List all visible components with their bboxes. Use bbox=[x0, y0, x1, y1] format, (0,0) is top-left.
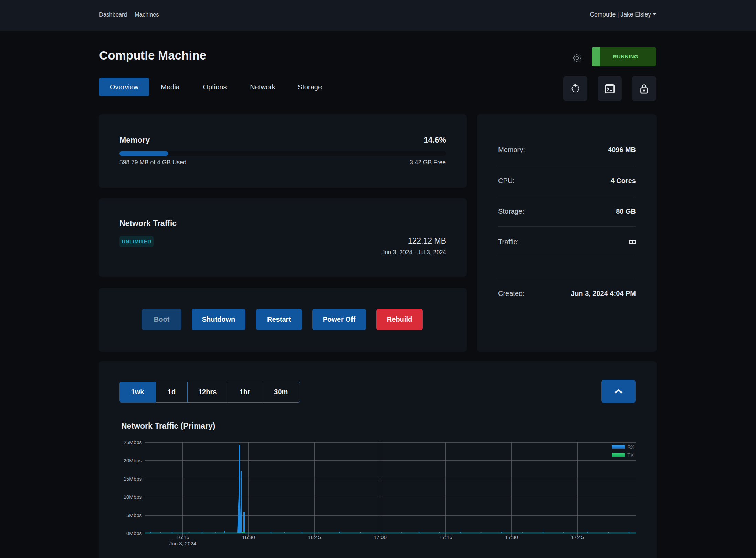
svg-text:25Mbps: 25Mbps bbox=[124, 439, 142, 445]
svg-text:20Mbps: 20Mbps bbox=[124, 458, 142, 463]
svg-text:17:00: 17:00 bbox=[374, 534, 387, 540]
svg-text:16:30: 16:30 bbox=[242, 534, 255, 540]
svg-text:10Mbps: 10Mbps bbox=[124, 494, 142, 500]
svg-text:TX: TX bbox=[627, 452, 634, 458]
svg-text:15Mbps: 15Mbps bbox=[124, 476, 142, 482]
svg-text:RX: RX bbox=[627, 444, 634, 450]
svg-text:17:15: 17:15 bbox=[439, 534, 452, 540]
svg-text:17:45: 17:45 bbox=[571, 534, 584, 540]
svg-text:17:30: 17:30 bbox=[505, 534, 518, 540]
svg-text:16:15: 16:15 bbox=[176, 534, 189, 540]
svg-text:16:45: 16:45 bbox=[308, 534, 321, 540]
svg-text:Jun 3, 2024: Jun 3, 2024 bbox=[169, 540, 196, 546]
svg-text:0Mbps: 0Mbps bbox=[126, 530, 142, 536]
svg-text:5Mbps: 5Mbps bbox=[126, 512, 142, 518]
